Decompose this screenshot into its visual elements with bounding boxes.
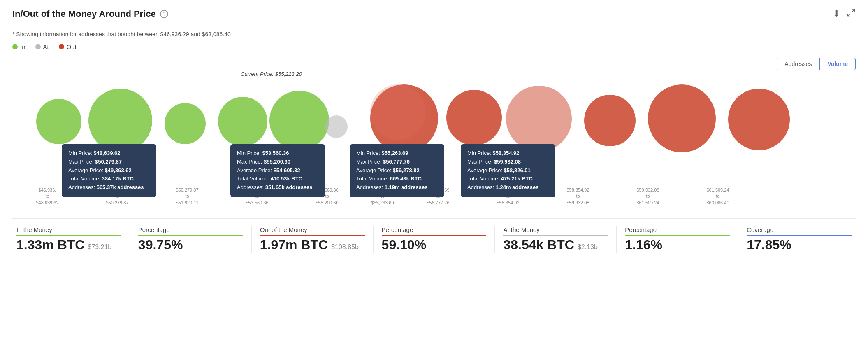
divider-1 [130, 226, 130, 253]
addresses-button[interactable]: Addresses [777, 58, 819, 70]
tt2-max: $55,200.60 [264, 159, 290, 165]
header-icons: ⬇ [833, 8, 856, 20]
x-label-7: $56,777.76to$58,354.92 [473, 187, 543, 206]
in-usd: $73.21b [88, 243, 111, 251]
current-price-label: Current Price: $55,223.20 [241, 71, 302, 77]
legend-at: At [35, 43, 49, 50]
svg-line-1 [848, 14, 850, 16]
legend-label-at: At [43, 43, 49, 50]
x-label-3: $51,920.1to$53,560.36 [222, 187, 292, 206]
info-icon[interactable]: ? [160, 10, 168, 18]
in-the-money-value: 1.33m BTC $73.21b [16, 237, 121, 253]
pct-out-label: Percentage [382, 226, 487, 236]
tt4-min: $58,354.92 [492, 150, 519, 156]
x-label-9: $59,932.08to$61,509.24 [613, 187, 683, 206]
bubble-red-4 [584, 95, 636, 146]
header: In/Out of the Money Around Price ? ⬇ [12, 8, 856, 26]
tt3-max: $56,777.76 [383, 159, 410, 165]
bubble-red-6 [728, 89, 790, 150]
stat-pct-in: Percentage 39.75% [134, 226, 247, 253]
out-usd: $108.85b [331, 243, 359, 251]
bubble-green-2 [88, 89, 152, 152]
tt1-avg: $49,363.62 [105, 167, 132, 173]
divider-5 [616, 226, 617, 253]
pct-out-value: 59.10% [382, 237, 487, 253]
x-labels: $46,936.to$48,639.62 $48,639.62to$50,279… [12, 187, 794, 206]
tt1-vol: 384.17k BTC [102, 176, 134, 182]
divider-2 [251, 226, 252, 253]
in-btc: 1.33m BTC [16, 237, 84, 253]
bubble-red-light-1 [370, 84, 426, 140]
pct-in-label: Percentage [138, 226, 243, 236]
at-money-value: 38.54k BTC $2.13b [503, 237, 608, 253]
tt1-max: $50,279.87 [95, 159, 122, 165]
baseline [12, 183, 856, 183]
x-label-6: $55,263.69to$56,777.76 [403, 187, 473, 206]
legend-dot-out [59, 44, 64, 49]
stat-pct-at: Percentage 1.16% [621, 226, 734, 253]
stat-coverage: Coverage 17.85% [743, 226, 856, 253]
tt2-avg: $54,605.32 [274, 167, 300, 173]
legend: In At Out [12, 43, 856, 50]
legend-dot-at [35, 44, 41, 49]
coverage-label: Coverage [747, 226, 852, 236]
stat-out-of-money: Out of the Money 1.97m BTC $108.85b [256, 226, 369, 253]
header-left: In/Out of the Money Around Price ? [12, 9, 168, 19]
x-label-5: $55,200.60to$55,263.69 [362, 187, 403, 206]
controls-row: Addresses Volume [12, 58, 856, 70]
subtitle: * Showing information for addresses that… [12, 31, 856, 37]
legend-in: In [12, 43, 26, 50]
at-usd: $2.13b [578, 243, 598, 251]
pct-at-value: 1.16% [625, 237, 730, 253]
at-money-label: At the Money [503, 226, 608, 236]
tt4-max: $59,932.08 [494, 159, 521, 165]
coverage-value: 17.85% [747, 237, 852, 253]
pct-in-value: 39.75% [138, 237, 243, 253]
bubble-gray [325, 115, 348, 138]
tt2-vol: 410.53k BTC [271, 176, 302, 182]
tt3-vol: 669.43k BTC [390, 176, 422, 182]
expand-icon[interactable] [847, 8, 856, 20]
x-label-10: $61,509.24to$63,086.40 [683, 187, 753, 206]
x-label-8: $58,354.92to$59,932.08 [543, 187, 613, 206]
bubble-green-4 [218, 97, 267, 146]
x-label-1: $48,639.62to$50,279.87 [82, 187, 152, 206]
tt4-avg: $58,826.01 [504, 167, 531, 173]
in-the-money-label: In the Money [16, 226, 121, 236]
out-of-money-label: Out of the Money [260, 226, 365, 236]
out-btc: 1.97m BTC [260, 237, 328, 253]
out-of-money-value: 1.97m BTC $108.85b [260, 237, 365, 253]
bubble-red-2 [446, 90, 502, 145]
legend-label-in: In [20, 43, 26, 50]
stat-at-money: At the Money 38.54k BTC $2.13b [499, 226, 612, 253]
divider-6 [738, 226, 738, 253]
tt4-vol: 475.21k BTC [501, 176, 533, 182]
download-icon[interactable]: ⬇ [833, 9, 840, 19]
bubble-red-3 [506, 86, 572, 152]
page-title: In/Out of the Money Around Price [12, 9, 156, 19]
tt3-avg: $56,278.82 [393, 167, 420, 173]
x-label-0: $46,936.to$48,639.62 [12, 187, 82, 206]
svg-line-0 [852, 9, 854, 12]
chart-area: Current Price: $55,223.20 Min Price: $48… [12, 74, 856, 206]
stat-in-the-money: In the Money 1.33m BTC $73.21b [12, 226, 125, 253]
bubble-green-1 [36, 99, 81, 144]
volume-button[interactable]: Volume [819, 58, 856, 70]
bubble-green-3 [165, 103, 206, 144]
current-price-line [313, 74, 313, 181]
tt2-min: $53,560.36 [262, 150, 289, 156]
bubble-red-5 [648, 84, 716, 152]
pct-at-label: Percentage [625, 226, 730, 236]
stat-pct-out: Percentage 59.10% [378, 226, 491, 253]
x-label-4: $53,560.36to$55,200.60 [292, 187, 362, 206]
x-label-2: $50,279.87to$51,920.11 [152, 187, 222, 206]
at-btc: 38.54k BTC [503, 237, 574, 253]
bubble-green-5 [269, 91, 329, 150]
legend-label-out: Out [67, 43, 77, 50]
stats-row: In the Money 1.33m BTC $73.21b Percentag… [12, 218, 856, 253]
divider-4 [494, 226, 495, 253]
legend-dot-in [12, 44, 18, 49]
legend-out: Out [59, 43, 77, 50]
divider-3 [373, 226, 374, 253]
